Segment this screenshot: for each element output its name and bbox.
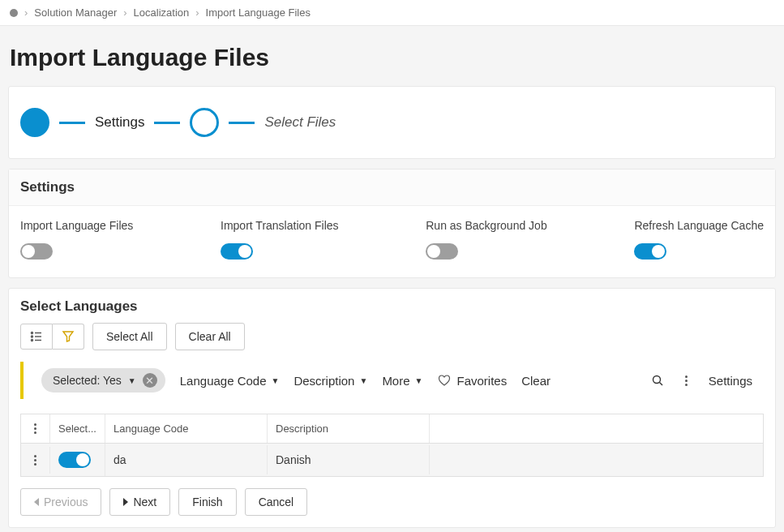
table-row: da Danish (21, 444, 763, 477)
table-header-menu[interactable] (21, 414, 50, 443)
next-label: Next (133, 496, 156, 508)
breadcrumb: › Solution Manager › Localization › Impo… (0, 0, 784, 26)
filter-item-label: Language Code (180, 374, 267, 388)
row-language-code: da (105, 445, 268, 474)
kebab-icon (34, 423, 36, 434)
list-icon (30, 330, 43, 343)
step-connector (59, 122, 85, 124)
breadcrumb-item-import-language-files[interactable]: Import Language Files (206, 6, 311, 19)
stepper-card: Settings Select Files (8, 86, 776, 159)
row-description: Danish (268, 445, 430, 474)
setting-label: Import Translation Files (221, 219, 339, 232)
next-button[interactable]: Next (109, 488, 170, 516)
breadcrumb-dot-icon (10, 9, 18, 17)
filter-item-language-code[interactable]: Language Code ▼ (180, 374, 280, 388)
funnel-icon (62, 330, 75, 343)
caret-down-icon: ▼ (359, 376, 367, 385)
favorites-label: Favorites (456, 374, 507, 388)
cancel-button[interactable]: Cancel (245, 488, 308, 516)
filter-item-description[interactable]: Description ▼ (293, 374, 367, 388)
table-header-spacer (430, 414, 763, 443)
caret-down-icon: ▼ (415, 376, 423, 385)
svg-line-7 (659, 383, 662, 386)
filter-bar: Selected: Yes ▼ ✕ Language Code ▼ Descri… (20, 362, 764, 399)
toggle-import-language-files[interactable] (20, 243, 53, 260)
step-circle-settings[interactable] (20, 108, 49, 137)
setting-label: Refresh Language Cache (634, 219, 764, 232)
clear-filters-button[interactable]: Clear (521, 374, 551, 388)
search-icon[interactable] (650, 373, 665, 388)
svg-point-6 (653, 376, 660, 384)
setting-label: Import Language Files (20, 219, 133, 232)
step-connector (229, 122, 255, 124)
table-header-language-code[interactable]: Language Code (105, 414, 268, 443)
chevron-right-icon: › (195, 6, 199, 19)
settings-panel-title: Settings (9, 169, 775, 206)
table-header-selected[interactable]: Select... (50, 414, 105, 443)
select-all-button[interactable]: Select All (92, 323, 167, 350)
filter-item-more[interactable]: More ▼ (382, 374, 422, 388)
svg-point-1 (32, 336, 33, 337)
step-label-settings[interactable]: Settings (95, 114, 144, 131)
step-label-select-files[interactable]: Select Files (264, 114, 336, 131)
breadcrumb-item-localization[interactable]: Localization (134, 6, 190, 19)
favorites-button[interactable]: Favorites (437, 373, 507, 388)
step-connector (154, 122, 180, 124)
setting-import-language-files: Import Language Files (20, 219, 133, 260)
triangle-right-icon (123, 498, 128, 506)
filter-chip-label: Selected: Yes (53, 374, 122, 387)
toggle-run-as-background-job[interactable] (426, 243, 458, 260)
svg-point-0 (32, 332, 33, 334)
setting-refresh-language-cache: Refresh Language Cache (634, 219, 764, 260)
chevron-right-icon: › (123, 6, 126, 19)
chevron-right-icon: › (24, 6, 28, 19)
filter-item-label: More (382, 374, 409, 388)
clear-all-button[interactable]: Clear All (175, 323, 245, 350)
filter-button[interactable] (53, 324, 84, 350)
table-header-row: Select... Language Code Description (21, 414, 763, 444)
settings-panel: Settings Import Language Files Import Tr… (8, 169, 776, 278)
caret-down-icon: ▼ (272, 376, 280, 385)
row-spacer (430, 452, 763, 468)
svg-point-2 (32, 340, 33, 341)
setting-import-translation-files: Import Translation Files (221, 219, 339, 260)
kebab-icon[interactable] (679, 373, 694, 388)
select-languages-title: Select Languages (9, 289, 775, 323)
setting-label: Run as Background Job (426, 219, 546, 232)
filter-chip-selected[interactable]: Selected: Yes ▼ ✕ (41, 368, 165, 393)
filter-item-label: Description (293, 374, 354, 388)
heart-icon (437, 373, 452, 388)
previous-label: Previous (44, 496, 88, 508)
caret-down-icon: ▼ (128, 376, 136, 385)
wizard-footer: Previous Next Finish Cancel (9, 477, 775, 516)
step-circle-select-files[interactable] (190, 108, 219, 137)
toggle-import-translation-files[interactable] (221, 243, 253, 260)
remove-chip-icon[interactable]: ✕ (143, 373, 157, 388)
row-selected-toggle[interactable] (58, 452, 91, 468)
previous-button[interactable]: Previous (20, 488, 101, 516)
row-menu-button[interactable] (21, 447, 50, 474)
finish-button[interactable]: Finish (178, 488, 236, 516)
breadcrumb-item-solution-manager[interactable]: Solution Manager (34, 6, 117, 19)
triangle-left-icon (34, 498, 39, 506)
settings-button[interactable]: Settings (709, 374, 752, 388)
page-title: Import Language Files (10, 44, 774, 71)
stepper: Settings Select Files (9, 87, 775, 158)
setting-run-as-background-job: Run as Background Job (426, 219, 546, 260)
kebab-icon (34, 455, 36, 466)
select-languages-toolbar: Select All Clear All (9, 323, 775, 362)
table-header-description[interactable]: Description (268, 414, 430, 443)
list-view-button[interactable] (20, 324, 53, 350)
languages-table: Select... Language Code Description da D… (20, 414, 764, 477)
toggle-refresh-language-cache[interactable] (634, 243, 666, 260)
select-languages-panel: Select Languages Select All Clear All Se… (8, 288, 776, 528)
